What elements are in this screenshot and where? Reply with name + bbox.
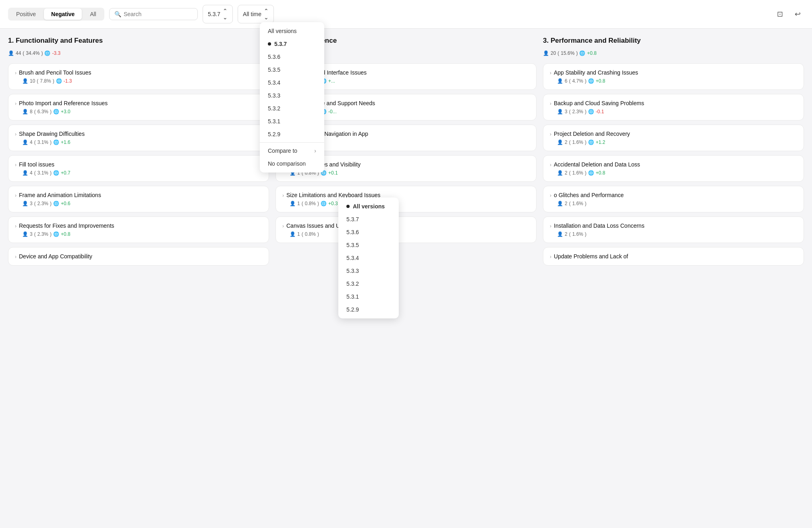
compare-532[interactable]: 5.3.2 — [338, 277, 399, 290]
globe-icon: 🌐 — [579, 50, 585, 56]
card-score: +0.3 — [328, 201, 338, 206]
version-532[interactable]: 5.3.2 — [260, 102, 324, 115]
card-pct: 3.1% — [37, 170, 48, 176]
card-pct: 2.3% — [572, 109, 583, 114]
card-title-text: Brush and Pencil Tool Issues — [19, 69, 91, 76]
chevron-right-icon: › — [550, 162, 551, 168]
card-accidental-deletion: › Accidental Deletion and Data Loss 👤 2 … — [543, 155, 804, 182]
compare-535[interactable]: 5.3.5 — [338, 239, 399, 252]
compare-529[interactable]: 5.2.9 — [338, 303, 399, 316]
compare-dropdown-menu: All versions 5.3.7 5.3.6 5.3.5 5.3.4 5.3… — [338, 197, 399, 318]
card-count: 10 — [30, 78, 35, 84]
dropdown-label: All versions — [268, 28, 297, 34]
compare-533[interactable]: 5.3.3 — [338, 264, 399, 277]
person-icon: 👤 — [557, 109, 563, 114]
card-title-text: App Stability and Crashing Issues — [554, 69, 638, 76]
card-title-text: Frame and Animation Limitations — [19, 192, 101, 198]
person-icon: 👤 — [557, 78, 563, 84]
card-installation-loss: › Installation and Data Loss Concerns 👤 … — [543, 216, 804, 243]
person-icon: 👤 — [557, 201, 563, 206]
card-score: -1.3 — [64, 78, 72, 84]
selected-bullet — [346, 205, 350, 208]
globe-icon: 🌐 — [588, 78, 594, 84]
card-count: 6 — [565, 78, 568, 84]
compare-536[interactable]: 5.3.6 — [338, 226, 399, 239]
dropdown-label: 5.3.5 — [268, 67, 280, 73]
version-536[interactable]: 5.3.6 — [260, 50, 324, 63]
chevron-updown-icon: ⌃⌄ — [264, 8, 269, 21]
col1-paren2: ) — [41, 50, 43, 56]
version-535[interactable]: 5.3.5 — [260, 63, 324, 76]
chevron-right-icon: › — [15, 70, 17, 76]
tab-negative[interactable]: Negative — [44, 8, 82, 20]
globe-icon: 🌐 — [53, 109, 59, 114]
card-brush-pencil: › Brush and Pencil Tool Issues 👤 10 (7.8… — [8, 63, 269, 90]
version-537[interactable]: 5.3.7 — [260, 37, 324, 50]
card-score: -0.1 — [596, 109, 604, 114]
col3-stats: 👤 20 ( 15.6% ) 🌐 +0.8 — [543, 50, 804, 56]
card-score: +1.6 — [61, 139, 70, 145]
selected-bullet — [268, 42, 271, 46]
compare-all-versions[interactable]: All versions — [338, 200, 399, 213]
card-count: 3 — [30, 201, 33, 206]
tab-positive[interactable]: Positive — [9, 8, 43, 20]
col1-title: 1. Functionality and Features — [8, 37, 269, 45]
person-icon: 👤 — [22, 109, 28, 114]
card-pct: 6.3% — [37, 109, 48, 114]
card-device-app-compat: › Device and App Compatibility — [8, 247, 269, 266]
chevron-right-icon: › — [15, 131, 17, 137]
card-score: +0.8 — [61, 231, 70, 237]
compare-to-item[interactable]: Compare to › — [260, 144, 324, 157]
chevron-right-icon: › — [15, 223, 17, 229]
version-selector[interactable]: 5.3.7 ⌃⌄ — [203, 5, 233, 23]
monitor-icon[interactable]: ⊡ — [773, 8, 786, 21]
globe-icon: 🌐 — [53, 201, 59, 206]
card-pct: 3.1% — [37, 139, 48, 145]
card-count: 3 — [565, 109, 568, 114]
version-534[interactable]: 5.3.4 — [260, 76, 324, 89]
person-icon: 👤 — [22, 170, 28, 176]
compare-531[interactable]: 5.3.1 — [338, 290, 399, 303]
undo-icon[interactable]: ↩ — [791, 8, 804, 21]
card-count: 2 — [565, 139, 568, 145]
card-count: 4 — [30, 170, 33, 176]
person-icon: 👤 — [22, 231, 28, 237]
card-frame-animation: › Frame and Animation Limitations 👤 3 (2… — [8, 186, 269, 212]
version-529[interactable]: 5.2.9 — [260, 128, 324, 141]
col1-stats: 👤 44 ( 34.4% ) 🌐 -3.3 — [8, 50, 269, 56]
card-pct: 2.3% — [37, 201, 48, 206]
compare-534[interactable]: 5.3.4 — [338, 252, 399, 264]
card-shape-drawing: › Shape Drawing Difficulties 👤 4 (3.1%) … — [8, 125, 269, 151]
col1-score: -3.3 — [52, 50, 60, 56]
card-score: +... — [328, 78, 335, 84]
card-pct: 1.6% — [572, 170, 583, 176]
search-input[interactable] — [124, 11, 193, 17]
card-pct: 0.8% — [305, 231, 316, 237]
chevron-right-icon: › — [15, 193, 17, 198]
col1-percent: 34.4% — [26, 50, 39, 56]
globe-icon: 🌐 — [588, 170, 594, 176]
chevron-right-icon: › — [550, 193, 551, 198]
globe-icon: 🌐 — [321, 201, 327, 206]
card-title-text: Installation and Data Loss Concerns — [554, 222, 644, 229]
globe-icon: 🌐 — [53, 231, 59, 237]
compare-537[interactable]: 5.3.7 — [338, 213, 399, 226]
dropdown-label: 5.2.9 — [268, 131, 280, 137]
time-selector[interactable]: All time ⌃⌄ — [238, 5, 274, 23]
card-pct: 0.8% — [305, 201, 316, 206]
globe-icon: 🌐 — [53, 139, 59, 145]
chevron-right-icon: › — [314, 148, 316, 154]
time-value: All time — [243, 11, 261, 17]
no-comparison-item[interactable]: No comparison — [260, 157, 324, 170]
card-count: 2 — [565, 201, 568, 206]
version-531[interactable]: 5.3.1 — [260, 115, 324, 128]
dropdown-label: 5.3.2 — [268, 105, 280, 112]
version-all-versions[interactable]: All versions — [260, 25, 324, 37]
person-icon: 👤 — [22, 201, 28, 206]
chevron-right-icon: › — [550, 223, 551, 229]
tab-all[interactable]: All — [83, 8, 104, 20]
col3-score: +0.8 — [587, 50, 597, 56]
card-pct: 1.6% — [572, 231, 583, 237]
column-performance: 3. Performance and Reliability 👤 20 ( 15… — [543, 37, 804, 266]
version-533[interactable]: 5.3.3 — [260, 89, 324, 102]
